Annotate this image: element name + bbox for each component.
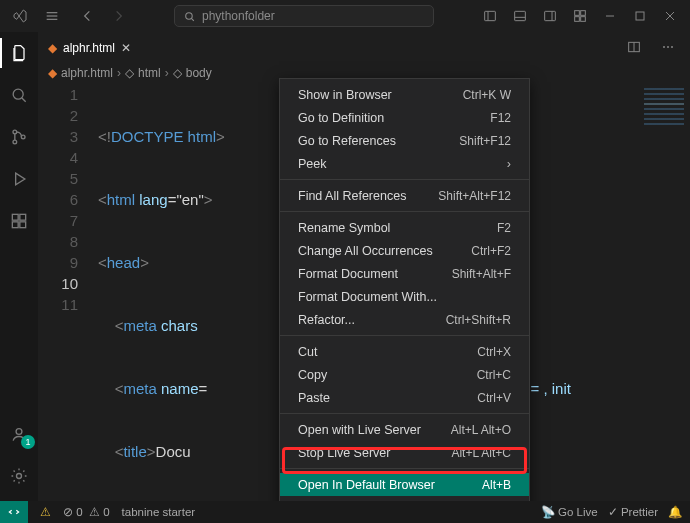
- svg-rect-7: [515, 11, 526, 20]
- menu-item[interactable]: Refactor...Ctrl+Shift+R: [280, 308, 529, 331]
- line-number-gutter: 1234567891011: [38, 84, 94, 315]
- explorer-icon[interactable]: [0, 34, 38, 72]
- hamburger-menu-icon[interactable]: [38, 2, 66, 30]
- menu-item-shortcut: Ctrl+K W: [463, 88, 511, 102]
- menu-item-label: Open with Live Server: [298, 423, 421, 437]
- menu-item-shortcut: Shift+Alt+F: [452, 267, 511, 281]
- vscode-logo: [6, 2, 34, 30]
- menu-item[interactable]: PasteCtrl+V: [280, 386, 529, 409]
- menu-item-shortcut: Ctrl+V: [477, 391, 511, 405]
- svg-rect-33: [20, 214, 26, 220]
- editor-tab[interactable]: ◆ alphr.html ✕: [38, 32, 141, 62]
- status-bar: ⚠ ⊘ 0 ⚠ 0 tabnine starter 📡 Go Live ✓ Pr…: [0, 501, 690, 523]
- menu-item-label: Find All References: [298, 189, 406, 203]
- html-file-icon: ◆: [48, 66, 57, 80]
- menu-item[interactable]: Stop Live ServerAlt+L Alt+C: [280, 441, 529, 464]
- menu-item-label: Format Document With...: [298, 290, 437, 304]
- menu-item[interactable]: Go to DefinitionF12: [280, 106, 529, 129]
- layout-controls: [476, 2, 684, 30]
- search-placeholder: phythonfolder: [202, 9, 275, 23]
- menu-item-label: Paste: [298, 391, 330, 405]
- menu-item-label: Format Document: [298, 267, 398, 281]
- menu-item[interactable]: Peek›: [280, 152, 529, 175]
- svg-point-3: [186, 12, 193, 18]
- breadcrumb-node: html: [138, 66, 161, 80]
- source-control-icon[interactable]: [0, 118, 38, 156]
- svg-point-27: [13, 140, 17, 144]
- run-debug-icon[interactable]: [0, 160, 38, 198]
- context-menu: Show in BrowserCtrl+K WGo to DefinitionF…: [279, 78, 530, 523]
- svg-rect-5: [485, 11, 496, 20]
- settings-gear-icon[interactable]: [0, 457, 38, 495]
- nav-back-icon[interactable]: [74, 2, 102, 30]
- warning-icon[interactable]: ⚠: [40, 505, 51, 519]
- menu-item-shortcut: Shift+Alt+F12: [438, 189, 511, 203]
- menu-item[interactable]: Show in BrowserCtrl+K W: [280, 83, 529, 106]
- menu-item-label: Change All Occurrences: [298, 244, 433, 258]
- menu-item[interactable]: Format Document With...: [280, 285, 529, 308]
- svg-point-34: [16, 429, 22, 435]
- problems-counter[interactable]: ⊘ 0 ⚠ 0: [63, 505, 110, 519]
- menu-item-shortcut: Ctrl+Shift+R: [446, 313, 511, 327]
- menu-item-shortcut: Alt+L Alt+O: [451, 423, 511, 437]
- chevron-right-icon: ›: [117, 66, 121, 80]
- nav-forward-icon[interactable]: [104, 2, 132, 30]
- toggle-panel-left-icon[interactable]: [476, 2, 504, 30]
- menu-item-shortcut: Alt+B: [482, 478, 511, 492]
- menu-item-label: Show in Browser: [298, 88, 392, 102]
- menu-item-label: Open In Default Browser: [298, 478, 435, 492]
- remote-indicator[interactable]: [0, 501, 28, 523]
- command-center[interactable]: phythonfolder: [132, 5, 476, 27]
- menu-item-shortcut: Alt+L Alt+C: [451, 446, 511, 460]
- menu-item-shortcut: Shift+F12: [459, 134, 511, 148]
- toggle-panel-bottom-icon[interactable]: [506, 2, 534, 30]
- svg-rect-9: [545, 11, 556, 20]
- toggle-panel-right-icon[interactable]: [536, 2, 564, 30]
- notifications-icon[interactable]: 🔔: [668, 505, 682, 519]
- menu-item[interactable]: Open with Live ServerAlt+L Alt+O: [280, 418, 529, 441]
- activity-bar: 1: [0, 32, 38, 501]
- menu-item[interactable]: Format DocumentShift+Alt+F: [280, 262, 529, 285]
- menu-item[interactable]: Find All ReferencesShift+Alt+F12: [280, 184, 529, 207]
- svg-rect-16: [636, 12, 644, 20]
- account-icon[interactable]: 1: [0, 415, 38, 453]
- svg-point-26: [13, 130, 17, 134]
- split-editor-icon[interactable]: [620, 33, 648, 61]
- svg-point-23: [671, 46, 673, 48]
- prettier-status[interactable]: ✓ Prettier: [608, 505, 658, 519]
- more-actions-icon[interactable]: [654, 33, 682, 61]
- menu-item-shortcut: Ctrl+X: [477, 345, 511, 359]
- title-bar: phythonfolder: [0, 0, 690, 32]
- titlebar-left: [6, 2, 66, 30]
- menu-item[interactable]: Go to ReferencesShift+F12: [280, 129, 529, 152]
- menu-item-label: Go to References: [298, 134, 396, 148]
- window-minimize-icon[interactable]: [596, 2, 624, 30]
- window-maximize-icon[interactable]: [626, 2, 654, 30]
- extensions-icon[interactable]: [0, 202, 38, 240]
- menu-item-label: Go to Definition: [298, 111, 384, 125]
- menu-item-label: Copy: [298, 368, 327, 382]
- window-close-icon[interactable]: [656, 2, 684, 30]
- breadcrumb-node: body: [186, 66, 212, 80]
- tab-bar: ◆ alphr.html ✕: [0, 32, 690, 62]
- menu-item-label: Peek: [298, 157, 327, 171]
- svg-rect-11: [575, 11, 580, 16]
- menu-item[interactable]: CopyCtrl+C: [280, 363, 529, 386]
- tab-close-icon[interactable]: ✕: [121, 41, 131, 55]
- chevron-right-icon: ›: [165, 66, 169, 80]
- svg-rect-12: [581, 11, 586, 16]
- menu-item[interactable]: CutCtrl+X: [280, 340, 529, 363]
- svg-line-25: [22, 98, 26, 102]
- go-live-button[interactable]: 📡 Go Live: [541, 505, 598, 519]
- html-file-icon: ◆: [48, 41, 57, 55]
- svg-point-35: [17, 474, 22, 479]
- customize-layout-icon[interactable]: [566, 2, 594, 30]
- tabnine-status[interactable]: tabnine starter: [122, 506, 196, 518]
- menu-item[interactable]: Open In Default BrowserAlt+B: [280, 473, 529, 496]
- breadcrumb-file: alphr.html: [61, 66, 113, 80]
- menu-item[interactable]: Change All OccurrencesCtrl+F2: [280, 239, 529, 262]
- svg-marker-29: [16, 173, 25, 185]
- menu-item[interactable]: Rename SymbolF2: [280, 216, 529, 239]
- account-badge: 1: [21, 435, 35, 449]
- search-icon[interactable]: [0, 76, 38, 114]
